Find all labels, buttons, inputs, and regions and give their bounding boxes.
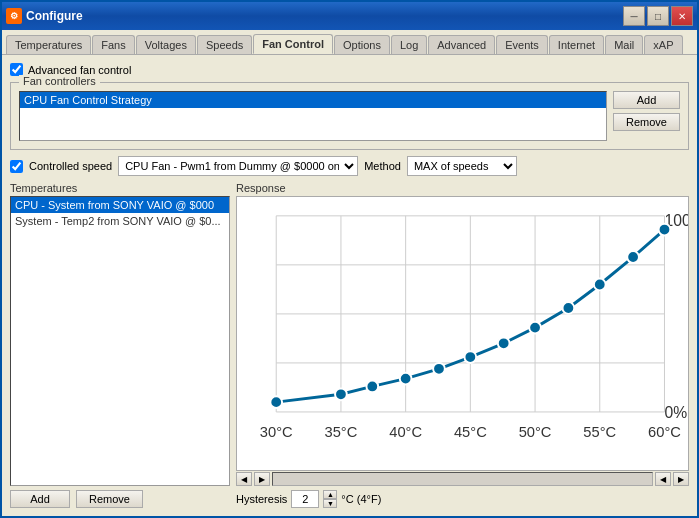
advanced-fan-control-row: Advanced fan control	[10, 63, 689, 76]
main-window: ⚙ Configure ─ □ ✕ Temperatures Fans Volt…	[0, 0, 699, 518]
scroll-right-end-button[interactable]: ◀	[655, 472, 671, 486]
title-bar: ⚙ Configure ─ □ ✕	[2, 2, 697, 30]
svg-point-24	[627, 251, 639, 263]
scroll-right-button[interactable]: ▶	[254, 472, 270, 486]
temp-add-button[interactable]: Add	[10, 490, 70, 508]
hysteresis-unit: °C (4°F)	[341, 493, 381, 505]
svg-point-21	[529, 322, 541, 334]
temperatures-list[interactable]: CPU - System from SONY VAIO @ $000 Syste…	[10, 196, 230, 486]
controlled-speed-label: Controlled speed	[29, 160, 112, 172]
fan-remove-button[interactable]: Remove	[613, 113, 680, 131]
main-panels: Temperatures CPU - System from SONY VAIO…	[10, 182, 689, 508]
svg-point-25	[659, 224, 671, 236]
scroll-left-end-button[interactable]: ▶	[673, 472, 689, 486]
temperatures-panel: Temperatures CPU - System from SONY VAIO…	[10, 182, 230, 508]
svg-point-22	[563, 302, 575, 314]
advanced-fan-control-label: Advanced fan control	[28, 64, 131, 76]
response-panel: Response	[236, 182, 689, 508]
method-dropdown[interactable]: MAX of speeds	[407, 156, 517, 176]
tab-voltages[interactable]: Voltages	[136, 35, 196, 54]
maximize-button[interactable]: □	[647, 6, 669, 26]
fan-add-button[interactable]: Add	[613, 91, 680, 109]
svg-text:40°C: 40°C	[389, 424, 422, 440]
svg-point-23	[594, 279, 606, 291]
hysteresis-spin-buttons: ▲ ▼	[323, 490, 337, 508]
fan-controllers-group: Fan controllers CPU Fan Control Strategy…	[10, 82, 689, 150]
tab-content: Advanced fan control Fan controllers CPU…	[2, 55, 697, 516]
fan-controllers-list[interactable]: CPU Fan Control Strategy	[19, 91, 607, 141]
svg-point-14	[270, 396, 282, 408]
temp-remove-button[interactable]: Remove	[76, 490, 143, 508]
controlled-speed-dropdown[interactable]: CPU Fan - Pwm1 from Dummy @ $0000 on PCI	[118, 156, 358, 176]
response-chart: 100% 0%	[236, 196, 689, 471]
hysteresis-row: Hysteresis ▲ ▼ °C (4°F)	[236, 490, 689, 508]
temperatures-label: Temperatures	[10, 182, 230, 194]
hysteresis-up-button[interactable]: ▲	[323, 490, 337, 499]
temp-list-item-0[interactable]: CPU - System from SONY VAIO @ $000	[11, 197, 229, 213]
chart-scrollbar[interactable]	[272, 472, 653, 486]
hysteresis-down-button[interactable]: ▼	[323, 499, 337, 508]
method-label: Method	[364, 160, 401, 172]
tab-options[interactable]: Options	[334, 35, 390, 54]
svg-text:60°C: 60°C	[648, 424, 681, 440]
tabs-bar: Temperatures Fans Voltages Speeds Fan Co…	[2, 30, 697, 55]
svg-point-19	[464, 351, 476, 363]
svg-text:50°C: 50°C	[519, 424, 552, 440]
controlled-speed-checkbox[interactable]	[10, 160, 23, 173]
fan-list-item[interactable]: CPU Fan Control Strategy	[20, 92, 606, 108]
response-label: Response	[236, 182, 689, 194]
hysteresis-label: Hysteresis	[236, 493, 287, 505]
temperatures-buttons: Add Remove	[10, 490, 230, 508]
tab-log[interactable]: Log	[391, 35, 427, 54]
temp-list-item-1[interactable]: System - Temp2 from SONY VAIO @ $0...	[11, 213, 229, 229]
svg-text:35°C: 35°C	[325, 424, 358, 440]
window-title: Configure	[26, 9, 623, 23]
minimize-button[interactable]: ─	[623, 6, 645, 26]
tab-fan-control[interactable]: Fan Control	[253, 34, 333, 54]
svg-point-17	[400, 373, 412, 385]
fan-controller-buttons: Add Remove	[613, 91, 680, 131]
title-buttons: ─ □ ✕	[623, 6, 693, 26]
tab-mail[interactable]: Mail	[605, 35, 643, 54]
tab-speeds[interactable]: Speeds	[197, 35, 252, 54]
svg-text:45°C: 45°C	[454, 424, 487, 440]
chart-scroll-row: ◀ ▶ ◀ ▶	[236, 472, 689, 486]
fan-controllers-group-label: Fan controllers	[19, 75, 100, 87]
response-chart-svg: 100% 0%	[237, 197, 688, 470]
tab-events[interactable]: Events	[496, 35, 548, 54]
svg-point-18	[433, 363, 445, 375]
tab-fans[interactable]: Fans	[92, 35, 134, 54]
svg-text:0%: 0%	[664, 404, 687, 421]
tab-temperatures[interactable]: Temperatures	[6, 35, 91, 54]
tab-internet[interactable]: Internet	[549, 35, 604, 54]
svg-point-20	[498, 337, 510, 349]
hysteresis-input[interactable]	[291, 490, 319, 508]
svg-point-15	[335, 388, 347, 400]
svg-text:55°C: 55°C	[583, 424, 616, 440]
svg-point-16	[366, 381, 378, 393]
svg-text:30°C: 30°C	[260, 424, 293, 440]
tab-advanced[interactable]: Advanced	[428, 35, 495, 54]
controlled-speed-row: Controlled speed CPU Fan - Pwm1 from Dum…	[10, 156, 689, 176]
close-button[interactable]: ✕	[671, 6, 693, 26]
app-icon: ⚙	[6, 8, 22, 24]
tab-xap[interactable]: xAP	[644, 35, 682, 54]
fan-controllers-area: CPU Fan Control Strategy Add Remove	[19, 91, 680, 141]
scroll-left-button[interactable]: ◀	[236, 472, 252, 486]
